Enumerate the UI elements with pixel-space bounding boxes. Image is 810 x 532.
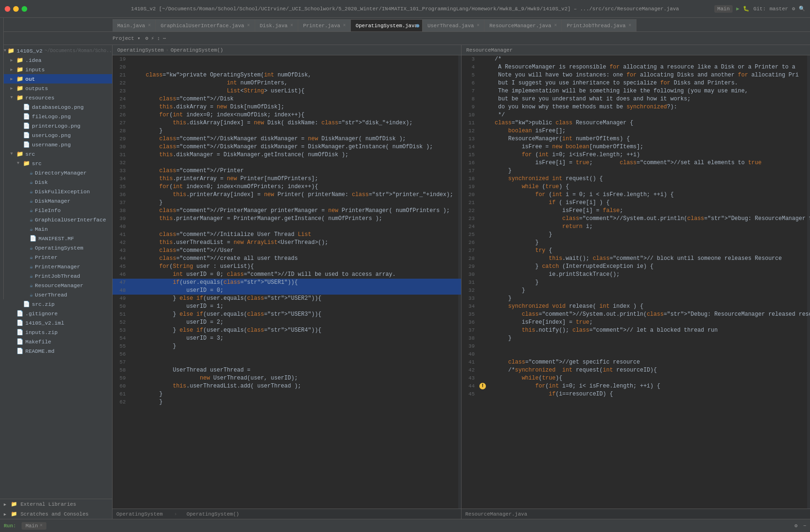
line-content-51: } else if(user.equals(class="str">"USER3… [129,311,461,319]
tree-item-username-png[interactable]: 📄username.png [0,140,112,149]
tab-close-GraphicalUserInterface.java[interactable]: × [247,23,250,28]
tree-item--idea[interactable]: ▶📁.idea [0,55,112,65]
tab-close-Main.java[interactable]: × [148,23,151,28]
tab-close-Disk.java[interactable]: × [290,23,293,28]
file-icon: 📄 [23,301,30,308]
tree-item-README-md[interactable]: 📄README.md [0,346,112,356]
branch-selector[interactable]: Main [714,5,732,13]
code-line-30: 30 class="comment">//DiskManager diskMan… [113,143,461,151]
left-code-area[interactable]: 192021 class="kw">private OperatingSyste… [113,55,461,509]
tab-PrintJobThread-java[interactable]: PrintJobThread.java× [562,19,636,31]
tab-close-UserThread.java[interactable]: × [477,23,479,28]
tree-item-outputs[interactable]: ▶📁outputs [0,84,112,93]
line-content-r-7: The implementation will be something lik… [478,87,810,95]
tree-item-src-zip[interactable]: 📄src.zip [0,299,112,309]
code-line-r-36: 36 isFree[index] = true; [462,319,810,327]
line-number-r-33: 33 [462,295,478,303]
line-number-r-23: 23 [462,215,478,223]
more-icon[interactable]: ⋯ [163,35,166,41]
tree-item-printerLogo-png[interactable]: 📄printerLogo.png [0,121,112,130]
tree-item-PrintJobThread[interactable]: ☕PrintJobThread [0,271,112,281]
tab-Disk-java[interactable]: Disk.java× [255,19,298,31]
sort-icon[interactable]: ↕ [157,36,160,41]
line-number-r-21: 21 [462,199,478,207]
code-line-20: 20 [113,63,461,71]
settings-icon[interactable]: ⚙ [792,6,795,12]
tab-OperatingSystem-java[interactable]: OperatingSystem.java [351,19,423,31]
tree-item-Printer[interactable]: ☕Printer [0,252,112,262]
tree-item-Disk[interactable]: ☕Disk [0,177,112,187]
line-number-57: 57 [113,358,129,366]
right-footer-file: ResourceManager.java [465,511,527,517]
line-content-r-11: class="kw">public class ResourceManager … [478,119,810,127]
tree-item-GraphicalUserInterface[interactable]: ☕GraphicalUserInterface [0,215,112,224]
tree-item-1410S-v2-iml[interactable]: 📄1410S_v2.iml [0,318,112,327]
code-line-r-5: 5 Note you will have two instances: one … [462,71,810,79]
tree-item-resources[interactable]: ▼📁resources [0,93,112,102]
run-button[interactable]: ▶ [736,6,740,12]
minimize-button[interactable] [13,6,19,12]
left-editor-footer: OperatingSystem › OperatingSystem() [113,509,461,519]
tree-item-fileLogo-png[interactable]: 📄fileLogo.png [0,112,112,121]
line-number-46: 46 [113,271,129,279]
tree-item-src[interactable]: ▼📁src [0,159,112,168]
tree-item-ResourceManager[interactable]: ☕ResourceManager [0,281,112,290]
tree-item-MANIFEST-MF[interactable]: 📄MANIFEST.MF [0,234,112,243]
tree-item-UserThread[interactable]: ☕UserThread [0,290,112,299]
tree-item-databaseLogo-png[interactable]: 📄databaseLogo.png [0,102,112,112]
tree-item-DirectoryManager[interactable]: ☕DirectoryManager [0,168,112,177]
code-line-r-3: 3 /* [462,55,810,63]
config-icon[interactable]: ⚡ [151,35,154,41]
tree-label: Disk [35,179,48,185]
tree-item-inputs[interactable]: ▶📁inputs [0,65,112,74]
code-line-r-40: 40 [462,350,810,358]
code-line-39: 39 this.printerManager = PrinterManager.… [113,215,461,223]
tree-item-out[interactable]: ▶📁out [0,74,112,84]
code-line-r-11: 11 class="kw">public class ResourceManag… [462,119,810,127]
maximize-button[interactable] [22,6,27,12]
tree-item-DiskManager[interactable]: ☕DiskManager [0,196,112,205]
tree-item-1410S-v2[interactable]: ▼📁1410S_v2~/Documents/Roman/Scho... [0,46,112,55]
code-line-59: 59 new UserThread(user, userID); [113,374,461,382]
code-line-r-43: 43 while(true){ [462,374,810,382]
debug-button[interactable]: 🐛 [743,6,749,12]
run-settings-icon[interactable]: ⚙ [795,523,798,529]
line-number-39: 39 [113,215,129,223]
tab-Main-java[interactable]: Main.java× [113,19,156,31]
run-tab-main[interactable]: Main × [22,522,46,530]
line-content-55: } [129,342,461,350]
tab-close-ResourceManager.java[interactable]: × [554,23,557,28]
tree-item-DiskFullException[interactable]: ☕DiskFullException [0,187,112,196]
run-tab-close[interactable]: × [40,523,43,528]
tree-item-OperatingSystem[interactable]: ☕OperatingSystem [0,243,112,252]
gear-icon[interactable]: ⚙ [145,35,148,41]
line-content-56 [129,350,461,358]
tab-GraphicalUserInterface-java[interactable]: GraphicalUserInterface.java× [156,19,255,31]
search-icon[interactable]: 🔍 [799,6,805,12]
line-number-44: 44 [113,255,129,263]
scratches-consoles-item[interactable]: ▶ 📁 Scratches and Consoles [0,509,112,519]
tab-ResourceManager-java[interactable]: ResourceManager.java× [484,19,562,31]
line-number-48: 48 [113,287,129,295]
tree-item-Makefile[interactable]: 📄Makefile [0,337,112,346]
code-line-45: 45 for(String user : userList){ [113,263,461,271]
tree-item--gitignore[interactable]: 📄.gitignore [0,309,112,318]
code-line-23: 23 List<String> userList){ [113,87,461,95]
tree-item-FileInfo[interactable]: ☕FileInfo [0,205,112,215]
tree-item-inputs-zip[interactable]: 📄inputs.zip [0,327,112,337]
tree-item-Main[interactable]: ☕Main [0,224,112,234]
tab-close-Printer.java[interactable]: × [343,23,346,28]
code-line-21: 21 class="kw">private OperatingSystem(in… [113,71,461,79]
line-content-r-45: if(i==resourceID) { [478,390,810,398]
line-content-r-16: isFree[i] = true; class="comment">//set … [478,159,810,167]
tree-item-userLogo-png[interactable]: 📄userLogo.png [0,130,112,140]
tree-item-src[interactable]: ▼📁src [0,149,112,159]
tab-UserThread-java[interactable]: UserThread.java× [423,19,484,31]
tab-close-PrintJobThread.java[interactable]: × [628,23,631,28]
close-button[interactable] [5,6,10,12]
run-close-icon[interactable]: − [803,523,806,529]
tree-item-PrinterManager[interactable]: ☕PrinterManager [0,262,112,271]
tab-Printer-java[interactable]: Printer.java× [298,19,351,31]
right-code-area[interactable]: 3 /*4 A ResourceManager is responsible f… [462,55,810,509]
external-libraries-item[interactable]: ▶ 📁 External Libraries [0,499,112,509]
